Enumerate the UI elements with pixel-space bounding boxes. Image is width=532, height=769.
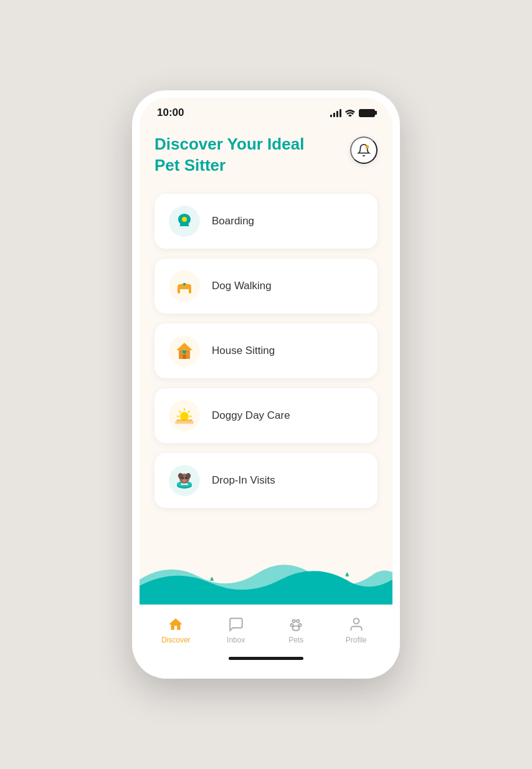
service-card-doggy-day-care[interactable]: Doggy Day Care [154,388,378,443]
boarding-icon [168,205,201,237]
home-indicator [229,657,303,660]
svg-point-33 [293,619,295,622]
notification-button[interactable] [350,136,378,164]
nav-item-pets[interactable]: Pets [277,616,315,644]
doggy-day-care-label: Doggy Day Care [212,409,290,422]
svg-point-37 [353,618,359,624]
battery-icon [359,109,375,117]
discover-nav-label: Discover [161,636,191,644]
discover-nav-icon [167,616,184,633]
nav-item-discover[interactable]: Discover [157,616,194,644]
inbox-nav-icon [227,616,245,633]
svg-point-35 [291,623,293,626]
status-time: 10:00 [157,107,184,119]
svg-point-36 [299,623,302,626]
svg-point-13 [180,412,189,421]
status-bar: 10:00 [140,98,392,124]
wave-decoration [140,555,392,604]
profile-nav-label: Profile [346,636,367,644]
pets-nav-label: Pets [288,636,303,644]
nav-item-inbox[interactable]: Inbox [217,616,255,644]
svg-point-34 [297,619,299,622]
phone-frame: 10:00 Discov [132,90,400,679]
svg-rect-30 [183,484,186,485]
service-card-boarding[interactable]: Boarding [154,194,378,249]
svg-point-0 [366,145,369,149]
main-content: Discover Your Ideal Pet Sitter [140,124,392,555]
dog-walking-label: Dog Walking [212,280,272,292]
pets-nav-icon [287,616,305,633]
boarding-label: Boarding [212,215,254,227]
drop-in-visits-icon [168,464,201,497]
svg-rect-5 [178,287,180,294]
status-icons [330,108,375,118]
service-card-drop-in-visits[interactable]: Drop-In Visits [154,453,378,508]
signal-icon [330,108,341,117]
inbox-nav-label: Inbox [227,636,245,644]
page-header: Discover Your Ideal Pet Sitter [154,134,378,176]
dog-walking-icon [168,270,201,302]
service-list: Boarding [154,194,378,508]
svg-rect-19 [176,419,192,421]
bottom-section: Discover Inbox [140,555,392,654]
doggy-day-care-icon [168,399,201,432]
bottom-nav: Discover Inbox [140,604,392,654]
svg-line-16 [179,411,181,413]
page-title: Discover Your Ideal Pet Sitter [154,134,304,176]
profile-nav-icon [348,616,365,633]
bell-icon [357,143,371,157]
svg-point-28 [185,477,187,479]
service-card-dog-walking[interactable]: Dog Walking [154,259,378,313]
service-card-house-sitting[interactable]: House Sitting [154,323,378,378]
wifi-icon [345,108,355,118]
svg-rect-6 [189,287,191,294]
svg-line-15 [189,411,190,413]
house-sitting-label: House Sitting [212,345,275,357]
svg-rect-20 [175,421,194,424]
svg-point-7 [183,283,186,285]
phone-screen: 10:00 Discov [140,98,392,671]
svg-point-31 [181,483,183,485]
svg-point-29 [183,479,186,482]
house-sitting-icon [168,335,201,367]
nav-item-profile[interactable]: Profile [338,616,375,644]
drop-in-visits-label: Drop-In Visits [212,474,275,487]
svg-rect-11 [183,355,186,359]
svg-point-27 [182,477,184,479]
svg-point-32 [186,483,188,485]
